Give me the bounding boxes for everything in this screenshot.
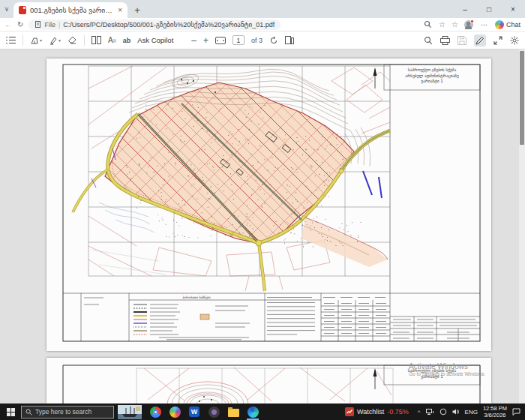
browser-essentials-icon[interactable] [423, 20, 433, 29]
system-tray: ^ ENG 12:58 PM 3/6/2026 [409, 405, 525, 418]
fullscreen-icon[interactable] [494, 34, 502, 46]
maximize-button[interactable]: □ [477, 0, 501, 18]
pen-tool-icon[interactable]: ▾ [30, 34, 42, 46]
pdf-page-1[interactable]: საპროექტო გზების სქემა არსებულ ადმინისტრ… [46, 58, 491, 351]
drawing-title-line1: საპროექტო გზების სქემა [408, 368, 457, 374]
pdf-file-icon [19, 6, 26, 14]
document-icon [34, 21, 41, 28]
meet-now-icon[interactable] [440, 408, 447, 416]
zoom-out-icon[interactable]: – [191, 34, 196, 46]
taskbar-search-input[interactable]: Type here to search [21, 406, 114, 418]
copilot-icon [495, 20, 504, 29]
taskbar-file-explorer-icon[interactable] [224, 404, 243, 420]
page-view-icon[interactable] [285, 34, 294, 46]
taskbar-app-icon[interactable] [204, 404, 224, 420]
search-document-icon[interactable] [424, 34, 433, 46]
tab-close-icon[interactable]: × [118, 7, 122, 14]
title-block-text-placeholders [84, 298, 477, 340]
clock-date: 3/6/2026 [484, 412, 506, 418]
watchlist-label: Watchlist [357, 408, 384, 416]
annotate-icon[interactable] [474, 34, 486, 46]
profile-avatar[interactable] [464, 20, 473, 29]
north-arrow [374, 68, 377, 88]
pdf-page-2[interactable]: საპროექტო გზების სქემა ვარიანტი 1 [46, 358, 491, 404]
scrollbar-thumb[interactable] [520, 51, 524, 145]
start-button[interactable] [0, 404, 21, 420]
settings-gear-icon[interactable] [510, 34, 519, 46]
address-bar-actions: ☆ ☆ ⋯ Chat [423, 20, 520, 29]
two-page-view-icon[interactable] [92, 34, 101, 46]
map-grid [136, 368, 393, 404]
outer-parcels [144, 368, 392, 401]
browser-tab[interactable]: 001.გზების სქემა ვარიანტი_0 × [14, 2, 128, 18]
network-icon[interactable] [426, 408, 434, 416]
road-junction [256, 240, 262, 246]
url-field[interactable]: File | C:/Users/PC/Desktop/500/001-გზები… [28, 20, 280, 30]
drawing-title-box: საპროექტო გზების სქემა ვარიანტი 1 [384, 365, 480, 385]
page-number-input[interactable]: 1 [232, 35, 244, 45]
eraser-tool-icon[interactable] [68, 34, 77, 46]
taskbar-image-thumbnail[interactable] [118, 405, 142, 419]
toolbar-divider [84, 35, 85, 46]
taskbar-edge-icon[interactable] [243, 404, 262, 420]
table-of-contents-icon[interactable] [6, 34, 16, 46]
pen-dropdown-caret[interactable]: ▾ [40, 38, 42, 43]
collections-star-icon[interactable]: ☆ [452, 20, 458, 28]
profile-notification-dot [470, 20, 474, 23]
favorite-star-icon[interactable]: ☆ [439, 20, 446, 28]
address-bar: ← ↻ File | C:/Users/PC/Desktop/500/001-გ… [0, 18, 525, 32]
print-icon[interactable] [440, 34, 450, 46]
url-separator: | [58, 21, 60, 28]
chrome-icon [150, 406, 161, 418]
drawing-title-line2: არსებულ ადმინისტრაციაზე [405, 74, 459, 79]
save-icon[interactable] [458, 34, 466, 46]
windows-taskbar: Type here to search W Watchlist -0.75% ^… [0, 404, 525, 420]
text-selection-icon[interactable]: ab [123, 34, 131, 46]
pdf-toolbar-right [424, 34, 519, 46]
page-count-label: of 3 [251, 37, 262, 44]
blue-parcel-lines [363, 171, 382, 198]
road-scheme-drawing-page1: საპროექტო გზების სქემა არსებულ ადმინისტრ… [46, 58, 491, 351]
new-tab-button[interactable]: + [129, 2, 146, 18]
tab-title: 001.გზების სქემა ვარიანტი_0 [30, 6, 114, 14]
watchlist-widget[interactable]: Watchlist -0.75% [345, 407, 409, 416]
fit-to-width-icon[interactable] [215, 34, 226, 46]
pdf-viewer: საპროექტო გზების სქემა არსებულ ადმინისტრ… [0, 50, 525, 404]
minimize-button[interactable]: – [453, 0, 477, 18]
word-icon: W [189, 406, 200, 417]
legend-heading: პირობითი ნიშნები [182, 296, 210, 299]
drawing-title-line3: ვარიანტი 1 [421, 79, 443, 84]
volume-icon[interactable] [452, 408, 460, 416]
copilot-chat-button[interactable]: Chat [495, 20, 520, 29]
highlighter-tool-icon[interactable]: ▾ [49, 34, 61, 46]
action-center-icon[interactable] [512, 408, 520, 416]
more-menu-icon[interactable]: ⋯ [479, 20, 489, 29]
tab-search-chevron-icon[interactable]: ∨ [0, 0, 14, 18]
highlighter-dropdown-caret[interactable]: ▾ [58, 38, 61, 43]
back-icon[interactable]: ← [4, 20, 12, 28]
window-controls: – □ × [453, 0, 525, 18]
clock-time: 12:58 PM [483, 405, 507, 412]
rotate-icon[interactable] [269, 34, 278, 46]
url-scheme-label: File [44, 21, 56, 28]
read-aloud-icon[interactable]: A)) [108, 34, 116, 46]
windows-logo-icon [7, 408, 15, 416]
north-arrow [374, 368, 377, 389]
taskbar-word-icon[interactable]: W [184, 404, 204, 420]
zoom-in-icon[interactable]: + [203, 34, 208, 46]
close-button[interactable]: × [501, 0, 525, 18]
edge-icon [248, 406, 259, 418]
vertical-scrollbar[interactable] [519, 50, 525, 404]
refresh-icon[interactable]: ↻ [17, 20, 23, 28]
tray-chevron-icon[interactable]: ^ [418, 409, 421, 416]
ask-copilot-button[interactable]: Ask Copilot [137, 36, 173, 44]
chat-label: Chat [506, 21, 520, 28]
taskbar-copilot-icon[interactable] [165, 404, 184, 420]
watchlist-icon [345, 407, 354, 416]
taskbar-chrome-icon[interactable] [146, 404, 165, 420]
language-indicator[interactable]: ENG [465, 409, 478, 416]
taskbar-clock[interactable]: 12:58 PM 3/6/2026 [483, 405, 507, 418]
contour-lines [172, 385, 244, 404]
folder-icon [228, 409, 239, 417]
search-placeholder: Type here to search [35, 408, 92, 416]
